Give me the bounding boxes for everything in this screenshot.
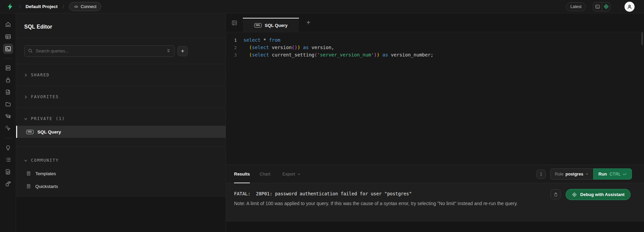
tab-sql-query[interactable]: SQL SQL Query	[243, 18, 299, 32]
return-key-icon	[622, 172, 627, 177]
latest-badge[interactable]: Latest	[566, 2, 586, 11]
line-number: 3	[226, 52, 239, 57]
integrations-blocks-icon[interactable]	[3, 179, 13, 189]
section-private-header[interactable]: PRIVATE (1)	[16, 115, 226, 122]
chart-tab-label: Chart	[260, 171, 270, 177]
section-favorites[interactable]: FAVORITES	[16, 86, 226, 108]
chevron-right-icon	[24, 95, 28, 99]
section-community-header[interactable]: COMMUNITY	[16, 157, 226, 164]
table-editor-icon[interactable]	[3, 32, 13, 42]
results-error-panel: FATAL: 28P01: password authentication fa…	[226, 183, 644, 221]
chevron-down-icon	[585, 172, 589, 176]
advisors-lightbulb-icon[interactable]	[3, 143, 13, 153]
collapse-sidebar-icon[interactable]	[226, 13, 243, 32]
storage-file-icon[interactable]	[3, 87, 13, 97]
project-name[interactable]: Default Project	[26, 4, 58, 9]
main-area: SQL SQL Query + 1select * from2 (select …	[226, 13, 644, 232]
sql-editor-sidebar: SQL Editor + SHARED FAVORI	[16, 13, 226, 232]
templates-label: Templates	[35, 171, 56, 176]
topbar-tools-segment	[593, 2, 610, 11]
user-avatar[interactable]	[624, 2, 635, 12]
code-text: (select version()) as version,	[239, 45, 334, 50]
more-options-kebab-icon[interactable]	[536, 169, 546, 179]
section-shared[interactable]: SHARED	[16, 64, 226, 86]
section-label: PRIVATE (1)	[31, 116, 65, 121]
book-icon	[26, 184, 31, 189]
terminal-button[interactable]	[593, 2, 602, 11]
unfold-sections-icon[interactable]	[166, 48, 171, 53]
home-icon[interactable]	[3, 20, 13, 30]
templates-item[interactable]: Templates	[16, 168, 226, 179]
results-header: Results Chart Export Role postgres Run	[226, 165, 644, 183]
rail-divider	[4, 58, 12, 59]
code-editor[interactable]: 1select * from2 (select version()) as ve…	[226, 32, 644, 165]
section-private: PRIVATE (1) SQL SQL Query	[16, 108, 226, 147]
run-button[interactable]: Run CTRL	[593, 168, 632, 180]
breadcrumb-separator: /	[19, 4, 21, 9]
search-icon	[28, 48, 33, 53]
search-input[interactable]	[24, 45, 175, 57]
role-value: postgres	[566, 172, 583, 177]
panel-header: SQL Editor	[16, 13, 226, 38]
line-number: 2	[226, 45, 239, 50]
cursor-spark-icon[interactable]	[3, 123, 13, 133]
quickstarts-label: Quickstarts	[35, 184, 58, 189]
tab-results[interactable]: Results	[234, 165, 250, 183]
nav-rail	[0, 13, 16, 232]
error-note: Note: A limit of 100 was applied to your…	[234, 200, 543, 207]
breadcrumb-separator: /	[63, 4, 64, 9]
edge-functions-folder-icon[interactable]	[3, 99, 13, 109]
line-number: 1	[226, 38, 239, 43]
auth-lock-icon[interactable]	[3, 75, 13, 85]
run-label: Run	[598, 171, 607, 177]
query-list-item-selected[interactable]: SQL SQL Query	[16, 126, 226, 138]
role-selector[interactable]: Role postgres	[550, 168, 594, 180]
code-line[interactable]: 2 (select version()) as version,	[226, 44, 644, 51]
connect-button[interactable]: Connect	[69, 2, 101, 11]
section-community: COMMUNITY Templates Quickstarts	[16, 147, 226, 196]
realtime-orbit-icon[interactable]	[3, 111, 13, 121]
connect-label: Connect	[81, 4, 97, 9]
query-item-label: SQL Query	[37, 129, 61, 134]
run-shortcut-label: CTRL	[610, 172, 621, 177]
api-docs-icon[interactable]	[3, 167, 13, 177]
code-text: select * from	[239, 37, 280, 43]
error-message: FATAL: 28P01: password authentication fa…	[234, 191, 543, 196]
book-icon	[26, 171, 31, 176]
chevron-right-icon	[24, 73, 28, 77]
search-row: +	[16, 38, 226, 64]
debug-label: Debug with Assistant	[580, 192, 624, 197]
chevron-down-icon	[24, 117, 28, 121]
new-query-button[interactable]: +	[178, 46, 188, 56]
chevron-down-icon	[24, 158, 28, 163]
code-line[interactable]: 1select * from	[226, 36, 644, 44]
sql-badge-icon: SQL	[254, 23, 262, 28]
code-line[interactable]: 3 (select current_setting('server_versio…	[226, 51, 644, 59]
results-tab-label: Results	[234, 171, 250, 177]
database-icon[interactable]	[3, 63, 13, 73]
plug-icon	[74, 4, 78, 9]
editor-scrollbar[interactable]	[641, 32, 643, 45]
new-tab-button[interactable]: +	[299, 13, 318, 32]
tab-chart[interactable]: Chart	[260, 165, 270, 183]
editor-tabstrip: SQL SQL Query +	[226, 13, 644, 32]
code-lines: 1select * from2 (select version()) as ve…	[226, 36, 644, 59]
debug-with-assistant-button[interactable]: Debug with Assistant	[566, 189, 631, 200]
supabase-logo-icon[interactable]	[6, 2, 14, 11]
tab-export[interactable]: Export	[282, 165, 301, 183]
rail-divider	[4, 138, 12, 138]
sql-editor-icon[interactable]	[3, 44, 13, 54]
section-label: SHARED	[31, 73, 49, 77]
results-footer	[226, 221, 644, 232]
export-tab-label: Export	[282, 171, 295, 177]
chevron-down-icon	[297, 172, 301, 176]
logs-list-icon[interactable]	[3, 155, 13, 165]
quickstarts-item[interactable]: Quickstarts	[16, 181, 226, 191]
topbar: / Default Project / Connect Latest	[0, 0, 644, 13]
copy-clipboard-icon[interactable]	[551, 189, 561, 199]
section-label: COMMUNITY	[31, 158, 59, 163]
code-text: (select current_setting('server_version_…	[239, 52, 433, 57]
assistant-button[interactable]	[602, 2, 610, 11]
sql-badge-icon: SQL	[26, 130, 34, 134]
role-label: Role	[555, 172, 564, 177]
